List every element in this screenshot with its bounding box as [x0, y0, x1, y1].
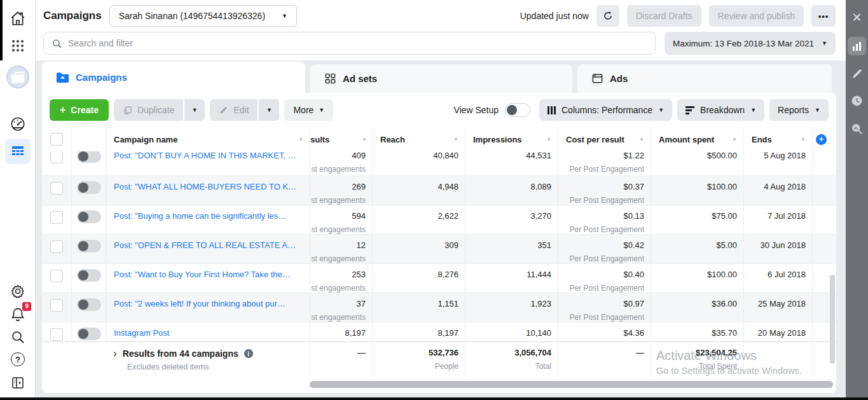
- cost-sub-label: Per Post Engagement: [566, 284, 644, 293]
- edit-dropdown-button[interactable]: ▼: [259, 99, 279, 121]
- more-options-button[interactable]: •••: [811, 5, 836, 27]
- sort-caret-icon: ▼: [546, 137, 551, 142]
- campaign-active-toggle[interactable]: [77, 328, 101, 340]
- performance-charts-button[interactable]: [846, 37, 868, 55]
- campaign-active-toggle[interactable]: [77, 269, 101, 282]
- edit-panel-button[interactable]: [846, 67, 868, 80]
- vertical-scrollbar-thumb[interactable]: [830, 275, 835, 364]
- row-checkbox[interactable]: [50, 299, 63, 312]
- row-checkbox[interactable]: [50, 151, 63, 163]
- summary-reach: 532,736: [380, 342, 458, 357]
- row-checkbox[interactable]: [50, 270, 63, 282]
- sidebar-item-expand-panel[interactable]: [0, 375, 36, 390]
- search-bar[interactable]: [43, 32, 656, 55]
- campaigns-toolbar: + Create Duplicate ▼ Edit ▼: [42, 93, 836, 127]
- ads-icon: [591, 72, 603, 85]
- column-header-ends[interactable]: Ends▼: [743, 127, 812, 151]
- row-checkbox[interactable]: [50, 240, 63, 253]
- column-header-amount-spent[interactable]: Amount spent▼: [651, 127, 743, 151]
- clock-icon: [850, 94, 864, 107]
- summary-reach-sub: People: [380, 362, 458, 371]
- date-range-selector[interactable]: Maximum: 13 Feb 2018-13 Mar 2021 ▼: [665, 32, 836, 55]
- cost-value: $0.40: [566, 264, 644, 279]
- campaign-name-link[interactable]: Post: "Buying a home can be significantl…: [114, 205, 303, 221]
- breakdown-icon: [685, 106, 694, 114]
- campaign-active-toggle[interactable]: [77, 151, 101, 163]
- info-icon[interactable]: i: [244, 349, 253, 358]
- chevron-down-icon: ▼: [282, 13, 287, 19]
- sidebar-item-settings[interactable]: [0, 283, 36, 300]
- sidebar-item-ads-manager[interactable]: [0, 66, 36, 88]
- right-toolbar: ✕: [846, 0, 868, 400]
- create-button[interactable]: + Create: [50, 99, 109, 121]
- sidebar-item-campaigns-table[interactable]: [0, 139, 36, 164]
- column-header-results[interactable]: sults▼: [310, 127, 372, 151]
- campaign-active-toggle[interactable]: [77, 210, 101, 223]
- cost-header-label: Cost per result: [566, 135, 624, 144]
- impressions-value: 11,444: [473, 264, 551, 279]
- horizontal-scrollbar-thumb[interactable]: [310, 381, 833, 388]
- cost-value: $4.36: [566, 322, 644, 338]
- row-checkbox[interactable]: [50, 211, 63, 224]
- campaign-name-link[interactable]: Post: "2 weeks left! If your thinking ab…: [114, 293, 303, 308]
- discard-drafts-button[interactable]: Discard Drafts: [627, 5, 701, 27]
- sidebar-item-help[interactable]: ?: [0, 352, 36, 366]
- spent-header-label: Amount spent: [659, 135, 714, 144]
- results-sub-label: st engagements: [310, 165, 366, 174]
- column-header-impressions[interactable]: Impressions▼: [465, 127, 558, 151]
- campaigns-panel: + Create Duplicate ▼ Edit ▼: [42, 93, 836, 393]
- tab-ad-sets[interactable]: Ad sets: [310, 64, 572, 93]
- left-sidebar: 9 ?: [0, 0, 36, 400]
- ads-manager-logo-icon: [6, 66, 29, 88]
- column-header-campaign-name[interactable]: Campaign name▼: [106, 127, 310, 151]
- sort-caret-icon: ▼: [362, 137, 367, 142]
- column-header-cost-per-result[interactable]: Cost per result▼: [558, 127, 651, 151]
- refresh-button[interactable]: [596, 5, 619, 27]
- view-setup-toggle[interactable]: [505, 103, 530, 117]
- sidebar-item-home[interactable]: [0, 10, 36, 27]
- view-setup-control: View Setup: [453, 103, 530, 117]
- summary-cost: —: [566, 342, 644, 357]
- select-all-checkbox[interactable]: [50, 133, 63, 146]
- add-column-button[interactable]: +: [816, 134, 827, 145]
- campaign-name-link[interactable]: Post: "OPEN & FREE TO ALL REAL ESTATE A…: [114, 235, 303, 250]
- sidebar-item-dashboard[interactable]: [0, 116, 36, 132]
- tab-campaigns[interactable]: Campaigns: [42, 62, 305, 93]
- search-input[interactable]: [68, 38, 647, 48]
- toggle-knob: [507, 105, 517, 115]
- campaign-name-link[interactable]: Instagram Post: [114, 322, 303, 338]
- table-header: Campaign name▼ sults▼ Reach▼ Impressions…: [42, 127, 836, 151]
- campaign-name-link[interactable]: Post: "DON'T BUY A HOME IN THIS MARKET, …: [114, 151, 303, 160]
- history-button[interactable]: [846, 94, 868, 107]
- breakdown-button[interactable]: Breakdown ▼: [677, 99, 764, 121]
- page-title: Campaigns: [43, 10, 102, 22]
- duplicate-button[interactable]: Duplicate: [114, 99, 183, 121]
- campaign-active-toggle[interactable]: [77, 240, 101, 252]
- reports-button[interactable]: Reports ▼: [769, 99, 829, 121]
- campaign-active-toggle[interactable]: [77, 181, 101, 194]
- columns-button[interactable]: Columns: Performance ▼: [539, 99, 672, 121]
- sidebar-item-notifications[interactable]: 9: [0, 306, 36, 325]
- account-selector[interactable]: Sarah Sinanan (1496754413926326) ▼: [109, 5, 297, 27]
- results-value: 409: [310, 151, 366, 160]
- sidebar-item-search[interactable]: [0, 329, 36, 345]
- row-checkbox[interactable]: [50, 328, 63, 341]
- close-button[interactable]: ✕: [846, 11, 868, 24]
- column-header-reach[interactable]: Reach▼: [372, 127, 465, 151]
- ends-value: 20 May 2018: [752, 322, 806, 338]
- gear-icon: [10, 283, 26, 300]
- tab-ads[interactable]: Ads: [577, 64, 832, 93]
- reach-value: 309: [380, 235, 458, 250]
- expand-summary-chevron[interactable]: ›: [113, 349, 117, 358]
- sidebar-item-apps[interactable]: [0, 38, 36, 53]
- campaign-name-link[interactable]: Post: "Want to Buy Your First Home? Take…: [114, 264, 303, 279]
- campaign-name-link[interactable]: Post: "WHAT ALL HOME-BUYERS NEED TO K…: [114, 176, 303, 191]
- campaign-active-toggle[interactable]: [77, 298, 101, 311]
- review-and-publish-button[interactable]: Review and publish: [709, 5, 804, 27]
- edit-button[interactable]: Edit: [210, 99, 258, 121]
- more-actions-button[interactable]: More ▼: [284, 99, 333, 121]
- row-checkbox[interactable]: [50, 182, 63, 195]
- inspect-button[interactable]: [846, 122, 868, 135]
- ad-sets-icon: [324, 72, 336, 85]
- duplicate-dropdown-button[interactable]: ▼: [184, 99, 205, 121]
